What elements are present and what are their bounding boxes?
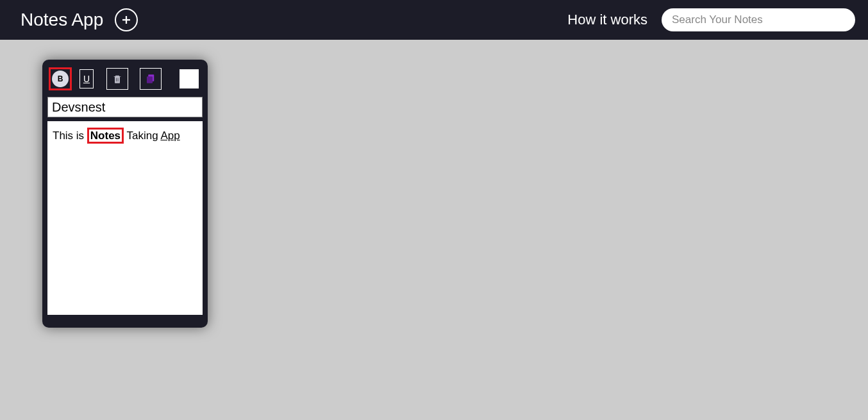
plus-icon (121, 14, 132, 26)
copy-icon (145, 73, 156, 85)
underline-icon: U (83, 74, 90, 84)
delete-button[interactable] (106, 68, 128, 90)
how-it-works-link[interactable]: How it works (567, 12, 647, 28)
app-title: Notes App (21, 10, 103, 30)
note-text-prefix: This is (53, 130, 87, 142)
svg-rect-3 (147, 76, 153, 83)
note-title-input[interactable] (47, 97, 203, 117)
app-header: Notes App How it works (0, 0, 868, 40)
header-left: Notes App (21, 8, 138, 31)
copy-button[interactable] (140, 68, 162, 90)
bold-icon: B (52, 71, 69, 87)
note-card: B U This is Notes Taking App (42, 60, 208, 328)
add-note-button[interactable] (115, 8, 138, 31)
header-right: How it works (567, 8, 855, 31)
underline-button[interactable]: U (79, 69, 94, 88)
note-text-middle: Taking (124, 130, 160, 142)
search-input[interactable] (662, 8, 855, 31)
color-button[interactable] (179, 69, 199, 88)
bold-button[interactable]: B (49, 67, 72, 90)
note-text-underline: App (160, 130, 179, 142)
trash-icon (112, 73, 122, 85)
note-toolbar: B U (47, 65, 203, 97)
note-body[interactable]: This is Notes Taking App (47, 121, 203, 315)
note-text-bold: Notes (87, 128, 124, 144)
